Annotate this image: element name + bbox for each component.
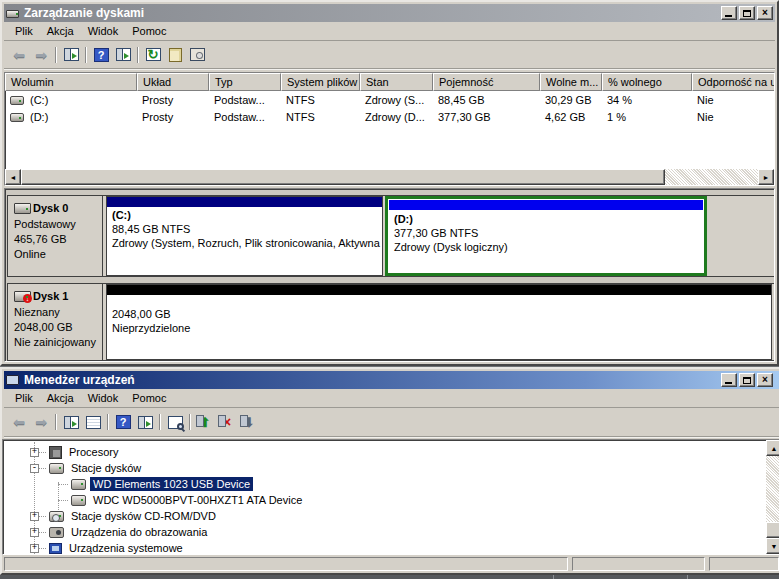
disk-drive-icon bbox=[71, 479, 86, 490]
tree-item-cdrom[interactable]: + Stacje dysków CD-ROM/DVD bbox=[5, 508, 764, 524]
device-manager-titlebar[interactable]: Menedżer urządzeń × bbox=[4, 371, 779, 389]
manage-button[interactable] bbox=[186, 45, 208, 65]
menu-plik[interactable]: Plik bbox=[8, 390, 40, 406]
desktop: Zarządzanie dyskami × Plik Akcja Widok P… bbox=[0, 0, 779, 579]
show-window-button[interactable] bbox=[112, 45, 134, 65]
tree-item-procesory[interactable]: + Procesory bbox=[5, 444, 764, 460]
refresh-button[interactable]: ↻ bbox=[142, 45, 164, 65]
uninstall-device-button[interactable]: ⬇ bbox=[238, 412, 260, 432]
scrollbar-thumb[interactable] bbox=[21, 169, 665, 185]
cell-pojemnosc: 88,45 GB bbox=[433, 94, 540, 106]
menu-akcja[interactable]: Akcja bbox=[40, 390, 81, 406]
scroll-up-button[interactable]: ▲ bbox=[766, 440, 779, 456]
maximize-icon bbox=[743, 10, 751, 17]
menu-pomoc[interactable]: Pomoc bbox=[125, 390, 173, 406]
cell-procent: 1 % bbox=[602, 111, 692, 123]
disk-warning-icon: ↓ bbox=[14, 291, 31, 302]
scrollbar-track[interactable] bbox=[665, 169, 758, 185]
back-button[interactable]: ⬅ bbox=[8, 45, 30, 65]
partition-status: Zdrowy (Dysk logiczny) bbox=[394, 240, 703, 254]
disk0-panel[interactable]: Dysk 0 Podstawowy 465,76 GB Online bbox=[8, 196, 103, 276]
scrollbar-thumb[interactable] bbox=[766, 522, 779, 538]
minimize-icon bbox=[725, 15, 732, 17]
tree-item-obrazowanie[interactable]: + Urządzenia do obrazowania bbox=[5, 524, 764, 540]
expand-toggle[interactable]: + bbox=[30, 448, 39, 457]
properties-button[interactable] bbox=[164, 45, 186, 65]
volume-row-c[interactable]: (C:) Prosty Podstaw... NTFS Zdrowy (S...… bbox=[5, 91, 774, 108]
show-console-tree-button[interactable] bbox=[60, 45, 82, 65]
properties-list-button[interactable] bbox=[82, 412, 104, 432]
disk-size: 2048,00 GB bbox=[14, 320, 102, 335]
tree-item-systemowe[interactable]: + Urządzenia systemowe bbox=[5, 540, 764, 555]
help-icon: ? bbox=[94, 48, 109, 62]
back-button[interactable]: ⬅ bbox=[8, 412, 30, 432]
tree-item-wdc-wd5000[interactable]: WDC WD5000BPVT-00HXZT1 ATA Device bbox=[5, 492, 764, 508]
status-segment bbox=[709, 557, 779, 571]
scroll-right-button[interactable]: ► bbox=[758, 169, 774, 185]
column-header-uklad[interactable]: Układ bbox=[137, 73, 209, 91]
toolbar-separator bbox=[107, 414, 109, 430]
maximize-button[interactable] bbox=[739, 373, 755, 387]
show-window-icon bbox=[116, 48, 131, 61]
unallocated-size: 2048,00 GB bbox=[112, 307, 771, 321]
menu-plik[interactable]: Plik bbox=[8, 23, 40, 39]
scroll-down-button[interactable]: ▼ bbox=[766, 538, 779, 554]
unallocated-status: Nieprzydzielone bbox=[112, 321, 771, 335]
close-button[interactable]: × bbox=[757, 373, 773, 387]
help-button[interactable]: ? bbox=[90, 45, 112, 65]
show-window-button[interactable] bbox=[134, 412, 156, 432]
close-icon: × bbox=[762, 8, 768, 18]
disk-kind: Nieznany bbox=[14, 305, 102, 320]
close-button[interactable]: × bbox=[757, 6, 773, 20]
properties-icon bbox=[169, 48, 182, 62]
column-header-typ[interactable]: Typ bbox=[209, 73, 281, 91]
volume-row-d[interactable]: (D:) Prosty Podstaw... NTFS Zdrowy (D...… bbox=[5, 108, 774, 125]
scroll-left-button[interactable]: ◄ bbox=[5, 169, 21, 185]
menu-widok[interactable]: Widok bbox=[81, 23, 126, 39]
column-header-wolumin[interactable]: Wolumin bbox=[5, 73, 137, 91]
tree-item-label: Stacje dysków bbox=[68, 461, 144, 475]
column-header-system-plikow[interactable]: System plików bbox=[281, 73, 360, 91]
maximize-button[interactable] bbox=[739, 6, 755, 20]
expand-toggle[interactable]: + bbox=[30, 544, 39, 553]
partition-c[interactable]: (C:) 88,45 GB NTFS Zdrowy (System, Rozru… bbox=[106, 196, 383, 276]
disk1-strip: ↓ Dysk 1 Nieznany 2048,00 GB Nie zainicj… bbox=[7, 283, 775, 361]
refresh-arrows-icon: ↻ bbox=[148, 47, 159, 62]
update-driver-button[interactable]: ⬆ bbox=[194, 412, 216, 432]
partition-d-color-bar bbox=[389, 200, 703, 210]
magnifier-icon bbox=[177, 423, 184, 430]
minimize-button[interactable] bbox=[721, 6, 737, 20]
menu-akcja[interactable]: Akcja bbox=[40, 23, 81, 39]
disk-management-titlebar[interactable]: Zarządzanie dyskami × bbox=[4, 4, 775, 22]
disk1-panel[interactable]: ↓ Dysk 1 Nieznany 2048,00 GB Nie zainicj… bbox=[8, 284, 103, 360]
help-button[interactable]: ? bbox=[112, 412, 134, 432]
collapse-toggle[interactable]: - bbox=[30, 464, 39, 473]
forward-button[interactable]: ➡ bbox=[30, 45, 52, 65]
column-header-stan[interactable]: Stan bbox=[360, 73, 433, 91]
partition-d[interactable]: (D:) 377,30 GB NTFS Zdrowy (Dysk logiczn… bbox=[385, 196, 707, 276]
partition-status: Zdrowy (System, Rozruch, Plik stronicowa… bbox=[112, 236, 382, 250]
unallocated-space[interactable]: 2048,00 GB Nieprzydzielone bbox=[106, 284, 772, 360]
cell-stan: Zdrowy (D... bbox=[360, 111, 433, 123]
volume-icon bbox=[10, 113, 24, 122]
scan-hardware-changes-button[interactable] bbox=[164, 412, 186, 432]
tree-item-stacje-dyskow[interactable]: - Stacje dysków bbox=[5, 460, 764, 476]
tree-item-label: Stacje dysków CD-ROM/DVD bbox=[68, 509, 219, 523]
expand-toggle[interactable]: + bbox=[30, 512, 39, 521]
volume-icon bbox=[10, 96, 24, 105]
status-bar bbox=[4, 555, 779, 571]
expand-toggle[interactable]: + bbox=[30, 528, 39, 537]
minimize-button[interactable] bbox=[721, 373, 737, 387]
cell-stan: Zdrowy (S... bbox=[360, 94, 433, 106]
disable-device-button[interactable]: × bbox=[216, 412, 238, 432]
menu-widok[interactable]: Widok bbox=[81, 390, 126, 406]
column-header-odpornosc[interactable]: Odporność na u bbox=[692, 73, 775, 91]
column-header-procent-wolnego[interactable]: % wolnego bbox=[602, 73, 692, 91]
show-console-tree-button[interactable] bbox=[60, 412, 82, 432]
menu-pomoc[interactable]: Pomoc bbox=[125, 23, 173, 39]
tree-item-wd-elements[interactable]: WD Elements 1023 USB Device bbox=[5, 476, 764, 492]
back-icon: ⬅ bbox=[13, 47, 25, 63]
forward-button[interactable]: ➡ bbox=[30, 412, 52, 432]
column-header-wolne-miejsce[interactable]: Wolne m... bbox=[540, 73, 602, 91]
column-header-pojemnosc[interactable]: Pojemność bbox=[433, 73, 540, 91]
